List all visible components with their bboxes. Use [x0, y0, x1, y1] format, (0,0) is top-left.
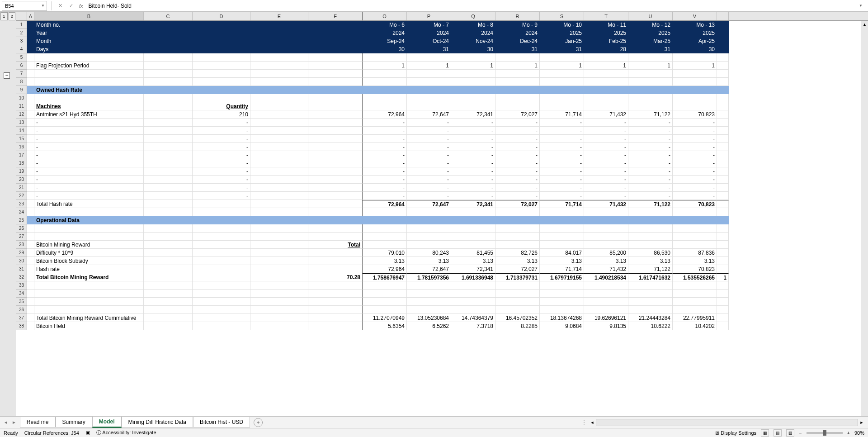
cell[interactable]: [628, 290, 673, 298]
cell[interactable]: [451, 70, 495, 78]
cell[interactable]: -: [451, 176, 495, 184]
cell[interactable]: [27, 306, 34, 314]
cell[interactable]: [584, 224, 628, 233]
cell[interactable]: [717, 151, 729, 159]
scroll-up-icon[interactable]: ▲: [861, 21, 868, 28]
cell[interactable]: Mo - 6: [363, 21, 407, 29]
cell[interactable]: 81,455: [451, 249, 495, 257]
cell[interactable]: [34, 298, 144, 306]
row-header[interactable]: 37: [16, 314, 27, 322]
cell[interactable]: [673, 70, 717, 78]
cell[interactable]: [250, 233, 308, 241]
cell[interactable]: [34, 290, 144, 298]
cell[interactable]: [407, 241, 451, 249]
cell[interactable]: [144, 306, 193, 314]
cell[interactable]: [363, 53, 407, 62]
cell[interactable]: 71,714: [540, 265, 584, 273]
cell[interactable]: 1.758676947: [363, 273, 407, 281]
cell[interactable]: [27, 151, 34, 159]
cell[interactable]: [363, 208, 407, 216]
row-header[interactable]: 16: [16, 143, 27, 151]
cell[interactable]: Difficulty * 10^9: [34, 249, 144, 257]
col-header[interactable]: D: [193, 12, 250, 20]
cell[interactable]: [193, 273, 250, 281]
cell[interactable]: [193, 233, 250, 241]
cell[interactable]: [540, 281, 584, 290]
cell[interactable]: [717, 249, 729, 257]
cell[interactable]: [495, 233, 540, 241]
cell[interactable]: [717, 53, 729, 62]
cell[interactable]: [308, 94, 363, 102]
cell[interactable]: [584, 53, 628, 62]
cell[interactable]: Sep-24: [363, 37, 407, 45]
cell[interactable]: [717, 29, 729, 37]
cell[interactable]: -: [584, 143, 628, 151]
name-box[interactable]: B54 ▼: [2, 1, 47, 11]
cell[interactable]: [628, 208, 673, 216]
cell[interactable]: [193, 86, 250, 94]
cell[interactable]: -: [584, 167, 628, 176]
cell[interactable]: [363, 78, 407, 86]
cell[interactable]: [27, 208, 34, 216]
cell[interactable]: [717, 119, 729, 127]
cell[interactable]: 3.13: [673, 257, 717, 265]
cell[interactable]: [717, 184, 729, 192]
cell[interactable]: [27, 94, 34, 102]
cell[interactable]: 70,823: [673, 110, 717, 119]
row-header[interactable]: 4: [16, 45, 27, 53]
cell[interactable]: -: [495, 176, 540, 184]
cell[interactable]: [250, 265, 308, 273]
zoom-out-icon[interactable]: −: [799, 430, 802, 436]
cell[interactable]: -: [540, 159, 584, 167]
cell[interactable]: [250, 127, 308, 135]
scroll-left-icon[interactable]: ◄: [589, 420, 596, 425]
cell[interactable]: -: [363, 159, 407, 167]
row-header[interactable]: 19: [16, 167, 27, 176]
cell[interactable]: 71,122: [628, 110, 673, 119]
accessibility-status[interactable]: ⓘ Accessibility: Investigate: [96, 429, 156, 436]
cell[interactable]: -: [193, 184, 250, 192]
cell[interactable]: -: [34, 135, 144, 143]
cell[interactable]: [540, 241, 584, 249]
cell[interactable]: -: [34, 143, 144, 151]
cell[interactable]: [673, 216, 717, 224]
cell[interactable]: [250, 314, 308, 322]
cell[interactable]: [451, 306, 495, 314]
cell[interactable]: [250, 78, 308, 86]
cell[interactable]: [144, 208, 193, 216]
cell[interactable]: -: [540, 167, 584, 176]
cell[interactable]: [451, 53, 495, 62]
cell[interactable]: [193, 208, 250, 216]
cell[interactable]: -: [451, 159, 495, 167]
cell[interactable]: [193, 37, 250, 45]
col-header[interactable]: S: [540, 12, 584, 20]
cell[interactable]: [27, 290, 34, 298]
cell[interactable]: -: [495, 192, 540, 200]
cell[interactable]: Oct-24: [407, 37, 451, 45]
cell[interactable]: [193, 21, 250, 29]
cell[interactable]: -: [540, 151, 584, 159]
cell[interactable]: [308, 21, 363, 29]
cell[interactable]: [250, 110, 308, 119]
cell[interactable]: [27, 21, 34, 29]
cell[interactable]: -: [407, 167, 451, 176]
cell[interactable]: [27, 45, 34, 53]
col-header[interactable]: E: [250, 12, 308, 20]
cell[interactable]: 71,122: [628, 265, 673, 273]
cell[interactable]: [717, 110, 729, 119]
cell[interactable]: [673, 306, 717, 314]
cell[interactable]: -: [407, 184, 451, 192]
cell[interactable]: -: [451, 143, 495, 151]
cell[interactable]: [673, 102, 717, 110]
cell[interactable]: -: [673, 159, 717, 167]
cell[interactable]: -: [193, 159, 250, 167]
cell[interactable]: 1: [717, 273, 729, 281]
cell[interactable]: -: [673, 167, 717, 176]
cell[interactable]: [144, 241, 193, 249]
cell[interactable]: [144, 29, 193, 37]
cell[interactable]: [673, 281, 717, 290]
cell[interactable]: [250, 273, 308, 281]
cell[interactable]: [308, 184, 363, 192]
cell[interactable]: [34, 78, 144, 86]
cell[interactable]: [27, 176, 34, 184]
